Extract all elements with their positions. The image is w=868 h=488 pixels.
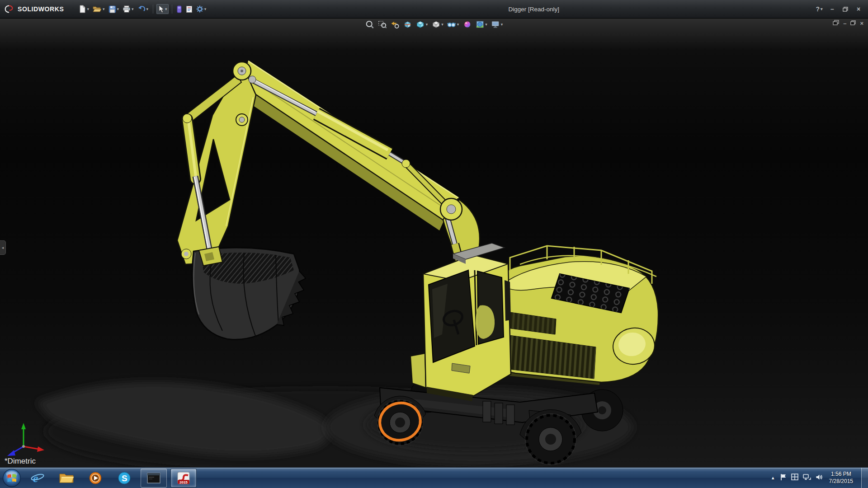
document-restore-button[interactable] xyxy=(850,20,856,27)
titlebar: SOLIDWORKS ▾ ▾ ▾ ▾ ▾ xyxy=(0,0,868,19)
panel-collapse-tab[interactable]: ◂ xyxy=(0,240,6,255)
close-button[interactable]: × xyxy=(853,4,864,14)
hide-show-items-button[interactable]: ▾ xyxy=(446,19,460,29)
dropdown-arrow-icon[interactable]: ▾ xyxy=(204,7,207,11)
dropdown-arrow-icon[interactable]: ▾ xyxy=(146,7,149,11)
solidworks-taskbar-button[interactable]: 2015 xyxy=(170,469,197,488)
messenger-button[interactable]: S xyxy=(112,469,137,487)
command-window-button[interactable] xyxy=(141,469,167,488)
select-tool-button[interactable]: ▾ xyxy=(156,4,169,14)
file-properties-icon xyxy=(186,5,193,13)
edit-appearance-button[interactable] xyxy=(462,19,472,29)
action-center-button[interactable] xyxy=(780,474,787,483)
restore-icon xyxy=(843,7,848,12)
cascade-icon xyxy=(833,20,839,25)
system-tray: ▲ xyxy=(771,468,868,488)
svg-text:e: e xyxy=(33,472,38,485)
hide-show-glasses-icon xyxy=(447,20,456,29)
print-icon xyxy=(123,5,131,13)
show-hidden-icons-button[interactable]: ▲ xyxy=(771,475,775,480)
taskbar-apps: e xyxy=(25,468,197,488)
restore-icon xyxy=(850,20,856,25)
volume-button[interactable] xyxy=(816,474,823,483)
dropdown-arrow-icon[interactable]: ▾ xyxy=(87,7,89,11)
clock-date: 7/28/2015 xyxy=(829,478,853,485)
apply-scene-button[interactable]: ▾ xyxy=(474,19,488,29)
internet-explorer-icon: e xyxy=(30,471,45,485)
apply-scene-icon xyxy=(475,20,484,29)
window-controls: ?▾ – × xyxy=(813,4,864,14)
wheel-front-near[interactable] xyxy=(377,400,423,445)
document-close-button[interactable]: × xyxy=(860,20,863,27)
solidworks-brand: SOLIDWORKS xyxy=(4,4,64,14)
zoom-to-area-icon xyxy=(378,20,387,29)
file-properties-button[interactable] xyxy=(184,5,194,14)
zoom-to-fit-button[interactable] xyxy=(364,19,375,29)
dropdown-arrow-icon[interactable]: ▾ xyxy=(501,23,503,27)
view-palette-icon xyxy=(177,5,182,13)
dropdown-arrow-icon[interactable]: ▾ xyxy=(165,7,167,11)
new-document-button[interactable]: ▾ xyxy=(77,4,90,14)
display-style-cube-icon xyxy=(431,20,440,29)
save-button[interactable]: ▾ xyxy=(107,5,121,14)
start-button[interactable] xyxy=(2,469,21,488)
dropdown-arrow-icon[interactable]: ▾ xyxy=(457,23,459,27)
options-button[interactable]: ▾ xyxy=(195,5,208,14)
minimize-button[interactable]: – xyxy=(826,4,838,14)
quick-access-toolbar: ▾ ▾ ▾ ▾ ▾ ▾ xyxy=(77,4,208,14)
tray-window-button[interactable] xyxy=(791,474,798,482)
messenger-icon: S xyxy=(118,471,131,485)
open-button[interactable]: ▾ xyxy=(91,5,106,14)
boom-assembly[interactable] xyxy=(177,61,480,264)
cascade-windows-button[interactable] xyxy=(833,20,839,27)
model-scene[interactable] xyxy=(0,18,868,468)
volume-icon xyxy=(816,474,823,481)
windows-explorer-button[interactable] xyxy=(54,469,79,487)
engine-body[interactable] xyxy=(495,246,658,385)
display-style-button[interactable]: ▾ xyxy=(430,19,444,29)
orientation-triad xyxy=(7,423,44,456)
zoom-to-area-button[interactable] xyxy=(377,19,388,29)
dropdown-arrow-icon[interactable]: ▾ xyxy=(132,7,134,11)
view-palette-button[interactable] xyxy=(175,5,184,14)
open-folder-icon xyxy=(93,5,102,13)
undo-icon xyxy=(137,5,146,13)
dropdown-arrow-icon[interactable]: ▾ xyxy=(117,7,119,11)
section-view-icon xyxy=(403,20,412,29)
undo-button[interactable]: ▾ xyxy=(136,5,150,14)
wheel-rear-near[interactable] xyxy=(525,414,576,465)
new-document-icon xyxy=(79,5,86,13)
dropdown-arrow-icon[interactable]: ▾ xyxy=(103,7,105,11)
dropdown-arrow-icon[interactable]: ▾ xyxy=(441,23,443,27)
view-settings-button[interactable]: ▾ xyxy=(490,19,504,29)
view-settings-monitor-icon xyxy=(491,20,500,29)
dropdown-arrow-icon[interactable]: ▾ xyxy=(485,23,487,27)
previous-view-button[interactable] xyxy=(390,19,401,29)
previous-view-icon xyxy=(391,20,400,29)
save-icon xyxy=(108,5,116,13)
window-title: Digger [Read-only] xyxy=(509,6,560,13)
document-window-controls: – × xyxy=(833,20,863,27)
print-button[interactable]: ▾ xyxy=(121,5,135,14)
zoom-to-fit-icon xyxy=(365,20,374,29)
graphics-area[interactable]: ▾ ▾ ▾ ▾ ▾ xyxy=(0,18,868,468)
section-view-button[interactable] xyxy=(402,19,413,29)
network-button[interactable] xyxy=(803,474,811,483)
bucket[interactable] xyxy=(192,247,306,339)
show-desktop-button[interactable] xyxy=(861,468,868,488)
view-orientation-button[interactable]: ▾ xyxy=(415,19,429,29)
taskbar-clock[interactable]: 1:56 PM 7/28/2015 xyxy=(829,471,853,485)
taskbar: e xyxy=(0,467,868,488)
document-minimize-button[interactable]: – xyxy=(843,20,846,27)
select-cursor-icon xyxy=(158,5,164,13)
help-button[interactable]: ?▾ xyxy=(813,4,825,14)
dropdown-arrow-icon: ▾ xyxy=(821,7,823,11)
media-player-button[interactable] xyxy=(83,469,108,487)
media-player-icon xyxy=(89,471,102,485)
cab[interactable] xyxy=(410,243,511,401)
svg-text:2015: 2015 xyxy=(179,480,188,484)
internet-explorer-button[interactable]: e xyxy=(25,469,50,487)
toolbar-separator xyxy=(153,5,153,14)
restore-button[interactable] xyxy=(840,4,851,14)
dropdown-arrow-icon[interactable]: ▾ xyxy=(426,23,428,27)
